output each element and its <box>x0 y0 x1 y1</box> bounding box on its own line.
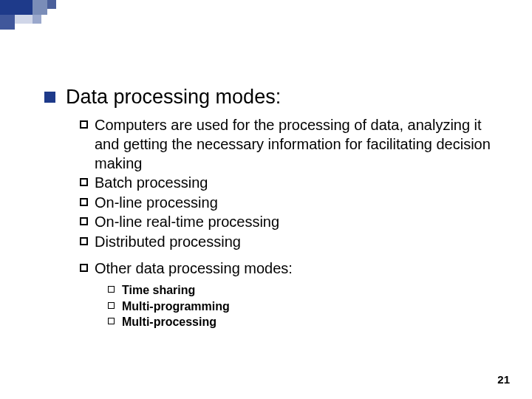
hollow-square-bullet-icon <box>80 237 88 245</box>
list-item-text: Batch processing <box>95 174 495 193</box>
list-item: Batch processing <box>80 174 495 193</box>
list-item: Time sharing <box>108 282 495 299</box>
heading-text: Data processing modes: <box>66 85 281 109</box>
hollow-square-bullet-icon <box>108 286 115 293</box>
list-item: Distributed processing <box>80 233 495 252</box>
other-modes-row: Other data processing modes: <box>80 259 495 279</box>
hollow-square-bullet-icon <box>80 217 88 225</box>
hollow-square-bullet-icon <box>108 302 115 309</box>
hollow-square-bullet-icon <box>80 264 88 272</box>
list-item: On-line real-time processing <box>80 213 495 232</box>
list-item: Multi-programming <box>108 299 495 315</box>
slide-content: Data processing modes: Computers are use… <box>44 85 495 330</box>
main-sublist: Computers are used for the processing of… <box>80 116 495 330</box>
list-item: Multi-processing <box>108 314 495 330</box>
list-item-text: Computers are used for the processing of… <box>95 116 495 173</box>
hollow-square-bullet-icon <box>80 198 88 206</box>
hollow-square-bullet-icon <box>80 120 88 129</box>
list-item-text: Distributed processing <box>95 233 495 252</box>
list-item: Computers are used for the processing of… <box>80 116 495 173</box>
list-item-text: Multi-processing <box>122 314 216 330</box>
list-item-text: On-line real-time processing <box>95 213 495 232</box>
list-item-text: Time sharing <box>122 282 195 299</box>
hollow-square-bullet-icon <box>80 178 88 186</box>
list-item-text: On-line processing <box>95 194 495 213</box>
hollow-square-bullet-icon <box>108 318 115 324</box>
page-number: 21 <box>497 373 510 386</box>
list-item-text: Multi-programming <box>122 299 230 315</box>
corner-decoration <box>0 0 89 30</box>
other-sublist: Time sharing Multi-programming Multi-pro… <box>108 282 495 330</box>
filled-square-bullet-icon <box>44 92 55 103</box>
list-item: On-line processing <box>80 194 495 213</box>
heading-row: Data processing modes: <box>44 85 495 109</box>
other-modes-label: Other data processing modes: <box>95 259 495 279</box>
